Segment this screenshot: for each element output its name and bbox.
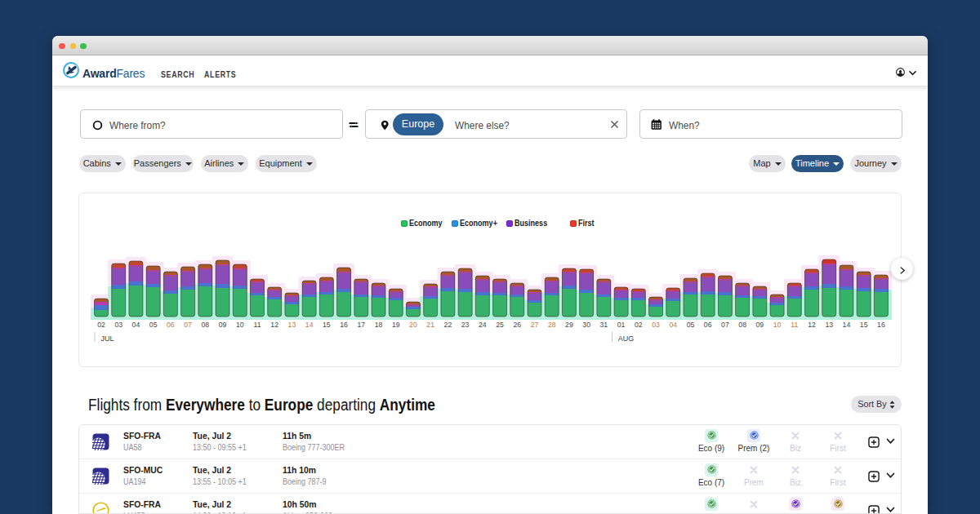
svg-text:JUL: JUL	[100, 335, 114, 343]
svg-text:03: 03	[652, 321, 660, 329]
svg-text:09: 09	[219, 321, 227, 329]
svg-text:27: 27	[531, 321, 539, 329]
svg-text:03: 03	[114, 321, 122, 329]
svg-text:16: 16	[340, 321, 348, 329]
svg-text:19: 19	[392, 321, 400, 329]
svg-text:15: 15	[323, 321, 331, 329]
svg-text:26: 26	[513, 321, 521, 329]
svg-text:09: 09	[756, 321, 764, 329]
svg-text:22: 22	[444, 321, 452, 329]
svg-text:10: 10	[236, 321, 244, 329]
svg-text:18: 18	[375, 321, 383, 329]
svg-text:31: 31	[600, 321, 608, 329]
svg-text:05: 05	[687, 321, 695, 329]
svg-text:05: 05	[149, 321, 158, 329]
svg-text:14: 14	[843, 321, 851, 329]
svg-text:16: 16	[877, 321, 885, 329]
svg-text:04: 04	[132, 321, 140, 329]
svg-text:14: 14	[305, 321, 314, 329]
svg-text:13: 13	[288, 321, 296, 329]
svg-text:29: 29	[565, 321, 573, 329]
svg-text:11: 11	[253, 321, 261, 329]
svg-text:24: 24	[479, 321, 487, 329]
svg-text:28: 28	[548, 321, 556, 329]
svg-text:01: 01	[617, 321, 626, 329]
svg-text:06: 06	[167, 321, 175, 329]
svg-text:13: 13	[825, 321, 833, 329]
svg-text:08: 08	[738, 321, 746, 329]
svg-text:23: 23	[461, 321, 470, 329]
svg-text:25: 25	[496, 321, 504, 329]
svg-text:10: 10	[773, 321, 782, 329]
svg-text:15: 15	[860, 321, 868, 329]
svg-text:17: 17	[357, 321, 365, 329]
svg-text:20: 20	[409, 321, 417, 329]
svg-text:02: 02	[97, 321, 105, 329]
svg-text:12: 12	[808, 321, 816, 329]
svg-text:06: 06	[704, 321, 712, 329]
svg-text:AUG: AUG	[618, 335, 635, 343]
svg-text:07: 07	[184, 321, 192, 329]
svg-text:08: 08	[201, 321, 209, 329]
svg-text:12: 12	[270, 321, 278, 329]
svg-text:07: 07	[721, 321, 729, 329]
svg-text:02: 02	[635, 321, 643, 329]
svg-text:04: 04	[669, 321, 677, 329]
svg-text:30: 30	[582, 321, 590, 329]
svg-text:11: 11	[791, 321, 798, 329]
svg-text:21: 21	[426, 321, 434, 329]
